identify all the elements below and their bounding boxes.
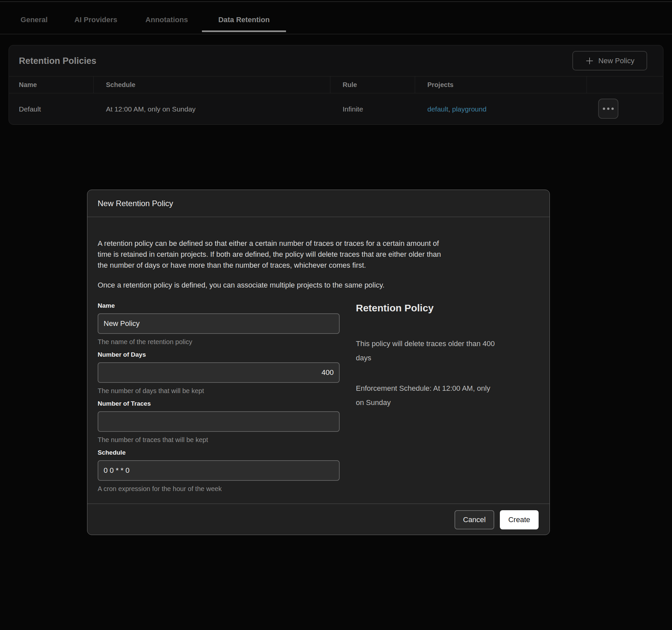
cell-name: Default <box>9 93 94 125</box>
number-of-days-input[interactable] <box>98 362 340 383</box>
modal-titlebar: New Retention Policy <box>88 190 550 217</box>
settings-page: General AI Providers Annotations Data Re… <box>0 0 672 630</box>
new-policy-button-label: New Policy <box>599 56 634 65</box>
tab-general[interactable]: General <box>8 10 60 32</box>
column-header-actions <box>587 76 663 93</box>
schedule-field-helper: A cron expression for the hour of the we… <box>98 484 340 493</box>
tab-data-retention[interactable]: Data Retention <box>202 10 286 32</box>
policy-form: Name The name of the retention policy Nu… <box>98 301 340 497</box>
plus-icon <box>585 56 594 65</box>
cell-projects: default, playground <box>415 93 587 125</box>
summary-heading: Retention Policy <box>356 301 540 315</box>
row-actions-button[interactable] <box>598 99 618 119</box>
card-title: Retention Policies <box>19 56 96 66</box>
days-field-label: Number of Days <box>98 350 340 359</box>
create-button[interactable]: Create <box>500 510 538 529</box>
tab-annotations[interactable]: Annotations <box>131 10 202 32</box>
column-header-rule: Rule <box>330 76 415 93</box>
traces-field-block: Number of Traces The number of traces th… <box>98 399 340 444</box>
number-of-traces-input[interactable] <box>98 411 340 432</box>
new-policy-button[interactable]: New Policy <box>572 51 647 71</box>
name-field-label: Name <box>98 301 340 310</box>
tab-ai-providers[interactable]: AI Providers <box>60 10 131 32</box>
cell-schedule: At 12:00 AM, only on Sunday <box>94 93 330 125</box>
retention-policies-card: Retention Policies New Policy Name Sched… <box>8 45 664 125</box>
schedule-field-label: Schedule <box>98 448 340 457</box>
days-field-helper: The number of days that will be kept <box>98 386 340 395</box>
card-header: Retention Policies New Policy <box>9 45 663 76</box>
top-divider <box>0 1 672 2</box>
retention-policies-table: Name Schedule Rule Projects Default At 1… <box>9 76 663 125</box>
projects-separator: , <box>448 105 452 113</box>
project-link-playground[interactable]: playground <box>452 105 487 113</box>
schedule-cron-input[interactable] <box>98 460 340 481</box>
new-retention-policy-modal: New Retention Policy A retention policy … <box>87 190 550 535</box>
schedule-field-block: Schedule A cron expression for the hour … <box>98 448 340 493</box>
table-row: Default At 12:00 AM, only on Sunday Infi… <box>9 93 663 125</box>
name-field-block: Name The name of the retention policy <box>98 301 340 346</box>
traces-field-helper: The number of traces that will be kept <box>98 435 340 444</box>
cancel-button[interactable]: Cancel <box>455 510 494 529</box>
days-field-block: Number of Days The number of days that w… <box>98 350 340 395</box>
name-input[interactable] <box>98 313 340 334</box>
ellipsis-icon <box>603 107 605 110</box>
column-header-projects: Projects <box>415 76 587 93</box>
summary-schedule-text: Enforcement Schedule: At 12:00 AM, only … <box>356 381 540 410</box>
column-header-name: Name <box>9 76 94 93</box>
modal-description-paragraph-2: Once a retention policy is defined, you … <box>98 280 540 291</box>
summary-policy-text: This policy will delete traces older tha… <box>356 336 540 365</box>
project-link-default[interactable]: default <box>427 105 448 113</box>
modal-body: A retention policy can be defined so tha… <box>88 217 550 504</box>
policy-summary: Retention Policy This policy will delete… <box>356 301 540 410</box>
settings-tabs: General AI Providers Annotations Data Re… <box>8 10 286 32</box>
cell-rule: Infinite <box>330 93 415 125</box>
tabs-bottom-border <box>0 34 672 34</box>
column-header-schedule: Schedule <box>94 76 330 93</box>
modal-title: New Retention Policy <box>98 199 173 208</box>
modal-description-paragraph-1: A retention policy can be defined so tha… <box>98 238 540 271</box>
traces-field-label: Number of Traces <box>98 399 340 408</box>
name-field-helper: The name of the retention policy <box>98 337 340 346</box>
table-header-row: Name Schedule Rule Projects <box>9 76 663 93</box>
modal-footer: Cancel Create <box>88 504 550 535</box>
